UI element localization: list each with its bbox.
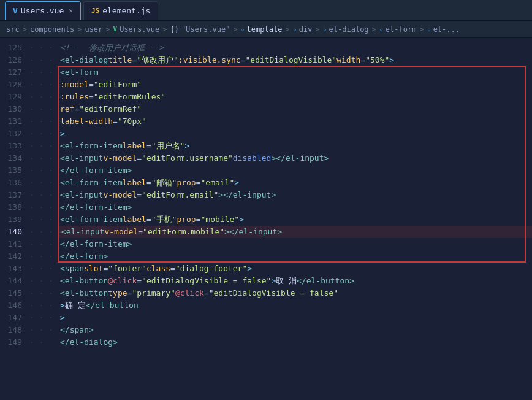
code-line: <el-form-item label="手机" prop="mobile"> — [58, 213, 532, 226]
breadcrumb-usersvue2: "Users.vue" — [181, 25, 230, 34]
sep4: > — [162, 25, 167, 34]
code-line: >确 定</el-button — [58, 299, 532, 312]
line-number: 147 — [0, 312, 27, 324]
line-numbers: 1251261271281291301311321331341351361371… — [0, 38, 27, 400]
line-number: 138 — [0, 201, 27, 213]
code-line: <el-input v-model="editForm.username" di… — [58, 152, 532, 164]
breadcrumb-el-more: el-... — [433, 25, 460, 34]
dots: · · · · · — [27, 299, 58, 312]
code-line: label-width="70px" — [58, 115, 532, 128]
line-number: 131 — [0, 115, 27, 128]
breadcrumb-usersvue: Users.vue — [120, 25, 159, 34]
breadcrumb-user: user — [85, 25, 102, 34]
js-icon: JS — [91, 7, 99, 15]
dots: · · · · — [27, 275, 58, 287]
dots: · · · — [27, 324, 58, 336]
code-line: </el-form-item> — [58, 164, 532, 177]
line-number: 139 — [0, 213, 27, 226]
sep3: > — [105, 25, 110, 34]
code-line: > — [58, 128, 532, 140]
code-content: <!-- 修改用户对话框 --><el-dialog title="修改用户" … — [58, 38, 532, 400]
code-line: <el-button type="primary" @click="editDi… — [58, 287, 532, 299]
dots: · · — [27, 336, 58, 348]
dots: · · · · — [27, 128, 58, 140]
sep2: > — [77, 25, 82, 34]
dots: · · · · · — [27, 164, 58, 177]
code-line: </el-form-item> — [58, 201, 532, 213]
dots: · · · · · — [27, 79, 58, 91]
code-line: <el-input v-model="editForm.email"></el-… — [58, 189, 532, 201]
line-number: 145 — [0, 287, 27, 299]
sep6: > — [285, 25, 289, 34]
code-line: :model="editForm" — [58, 79, 532, 91]
code-line: <el-input v-model="editForm.mobile"></el… — [58, 226, 532, 238]
code-line: </span> — [58, 324, 532, 336]
breadcrumb-src: src — [6, 25, 20, 34]
dots: · · · · · — [27, 115, 58, 128]
tab-users-vue[interactable]: V Users.vue ✕ — [5, 1, 81, 20]
dots: · · · · · — [27, 238, 58, 250]
line-number: 125 — [0, 42, 27, 54]
code-line: <el-dialog title="修改用户" :visible.sync="e… — [58, 54, 532, 66]
sep7: > — [315, 25, 319, 34]
dots: · · · · · · — [27, 152, 58, 164]
breadcrumb-el-form: el-form — [386, 25, 417, 34]
comp-icon5: ⬦ — [427, 26, 431, 33]
line-number: 136 — [0, 177, 27, 189]
line-number: 146 — [0, 299, 27, 312]
dots: · · · · · — [27, 91, 58, 103]
line-number: 144 — [0, 275, 27, 287]
dots: · · · · · — [27, 140, 58, 152]
dots: · · · · — [27, 312, 58, 324]
sep9: > — [419, 25, 424, 34]
line-number: 128 — [0, 79, 27, 91]
breadcrumb: src > components > user > V Users.vue > … — [0, 21, 532, 38]
code-line: ref="editFormRef" — [58, 103, 532, 115]
comp-icon2: ⬦ — [293, 26, 297, 33]
vue-icon: V — [13, 6, 18, 15]
dots: · · · · — [27, 66, 58, 79]
line-number: 149 — [0, 336, 27, 348]
vue-breadcrumb-icon: V — [113, 25, 118, 33]
line-number: 127 — [0, 66, 27, 79]
code-line: </el-form> — [58, 250, 532, 263]
dots: · · · — [27, 54, 58, 66]
code-line: <el-button @click="editDialogVisible = f… — [58, 275, 532, 287]
dots: · · · · · — [27, 201, 58, 213]
dots: · · · · · — [27, 103, 58, 115]
close-tab-users-vue[interactable]: ✕ — [69, 7, 73, 15]
dots: · · · · · — [27, 213, 58, 226]
breadcrumb-components: components — [30, 25, 74, 34]
tab-element-js[interactable]: JS element.js — [83, 1, 159, 20]
tab-users-vue-label: Users.vue — [21, 6, 64, 15]
line-number: 133 — [0, 140, 27, 152]
sep8: > — [372, 25, 376, 34]
breadcrumb-el-dialog: el-dialog — [329, 25, 369, 34]
code-line: > — [58, 312, 532, 324]
tab-element-js-label: element.js — [102, 6, 150, 15]
sep1: > — [23, 25, 27, 34]
line-number: 132 — [0, 128, 27, 140]
line-number: 126 — [0, 54, 27, 66]
line-number: 130 — [0, 103, 27, 115]
dots-column: · · · · · · · · · · · · · · · · · · · · … — [27, 38, 58, 400]
editor: 1251261271281291301311321331341351361371… — [0, 38, 532, 400]
dots: · · · · — [27, 287, 58, 299]
dots: · · · — [27, 263, 58, 275]
code-line: :rules="editFormRules" — [58, 91, 532, 103]
dots: · · · · · — [27, 177, 58, 189]
code-line: <!-- 修改用户对话框 --> — [58, 42, 532, 54]
comp-icon1: ⬦ — [241, 26, 245, 33]
line-number: 129 — [0, 91, 27, 103]
line-number: 143 — [0, 263, 27, 275]
line-number: 141 — [0, 238, 27, 250]
breadcrumb-template: template — [247, 25, 283, 34]
dots: · · · · — [27, 250, 58, 263]
comp-icon3: ⬦ — [323, 26, 327, 33]
dots: · · · · · · — [27, 226, 58, 238]
obj-icon: {} — [170, 25, 178, 34]
code-line: <el-form-item label="用户名"> — [58, 140, 532, 152]
line-number: 142 — [0, 250, 27, 263]
line-number: 137 — [0, 189, 27, 201]
line-number: 135 — [0, 164, 27, 177]
